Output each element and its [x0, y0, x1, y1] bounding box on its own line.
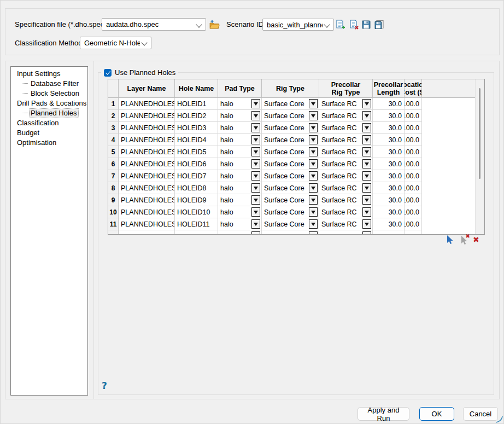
cell-dropdown-button[interactable] — [251, 159, 260, 169]
cell-dropdown-button[interactable] — [251, 123, 260, 132]
cell-dropdown-button[interactable] — [309, 111, 318, 120]
rig-type-cell[interactable]: Surface Core — [262, 134, 319, 146]
pad-type-cell[interactable]: halo — [218, 182, 262, 194]
rig-type-cell[interactable] — [262, 230, 319, 235]
hole-name-cell[interactable]: HOLEID1 — [175, 98, 218, 110]
deselect-rows-button[interactable]: ✖ — [458, 234, 470, 245]
cell-dropdown-button[interactable] — [251, 111, 260, 120]
rig-type-cell[interactable]: Surface Core — [262, 110, 319, 122]
row-number-cell[interactable] — [108, 230, 119, 235]
hole-name-cell[interactable]: HOLEID8 — [175, 182, 218, 194]
rig-type-cell[interactable]: Surface Core — [262, 158, 319, 170]
precollar-rig-type-cell[interactable]: Surface RC — [319, 146, 373, 158]
hole-name-cell[interactable]: HOLEID6 — [175, 158, 218, 170]
tree-item-input-settings[interactable]: Input Settings — [11, 69, 87, 79]
cell-dropdown-button[interactable] — [309, 231, 318, 235]
hole-name-cell[interactable]: HOLEID9 — [175, 194, 218, 206]
pad-type-cell[interactable]: halo — [218, 218, 262, 230]
precollar-length-cell[interactable]: 30.0 — [373, 122, 405, 134]
row-number-cell[interactable]: 8 — [108, 182, 119, 194]
precollar-length-cell[interactable]: 30.0 — [373, 98, 405, 110]
rig-type-cell[interactable]: Surface Core — [262, 98, 319, 110]
precollar-rig-type-cell[interactable]: Surface RC — [319, 194, 373, 206]
hole-name-cell[interactable]: HOLEID11 — [175, 218, 218, 230]
layer-name-cell[interactable]: PLANNEDHOLES — [119, 218, 175, 230]
row-number-cell[interactable]: 4 — [108, 134, 119, 146]
location-cost-cell[interactable]: 100.0 — [405, 194, 422, 206]
cell-dropdown-button[interactable] — [251, 219, 260, 229]
add-scenario-button[interactable] — [335, 19, 345, 30]
rig-type-cell[interactable]: Surface Core — [262, 122, 319, 134]
precollar-rig-type-cell[interactable] — [319, 230, 373, 235]
layer-name-cell[interactable]: PLANNEDHOLES — [119, 182, 175, 194]
precollar-rig-type-cell[interactable]: Surface RC — [319, 218, 373, 230]
row-number-cell[interactable]: 9 — [108, 194, 119, 206]
cell-dropdown-button[interactable] — [251, 231, 260, 235]
layer-name-cell[interactable]: PLANNEDHOLES — [119, 206, 175, 218]
location-cost-cell[interactable]: 100.0 — [405, 98, 422, 110]
tree-item-database-filter[interactable]: Database Filter — [11, 79, 87, 89]
pad-type-cell[interactable]: halo — [218, 206, 262, 218]
cell-dropdown-button[interactable] — [309, 99, 318, 108]
cell-dropdown-button[interactable] — [362, 99, 371, 108]
precollar-length-cell[interactable] — [373, 230, 405, 235]
precollar-rig-type-cell[interactable]: Surface RC — [319, 170, 373, 182]
location-cost-cell[interactable]: 100.0 — [405, 170, 422, 182]
pad-type-cell[interactable]: halo — [218, 134, 262, 146]
use-planned-holes-toggle[interactable]: Use Planned Holes — [101, 68, 178, 77]
hole-name-cell[interactable]: HOLEID4 — [175, 134, 218, 146]
cell-dropdown-button[interactable] — [309, 135, 318, 144]
vertical-scrollbar[interactable] — [475, 79, 484, 234]
location-cost-cell[interactable]: 100.0 — [405, 218, 422, 230]
cell-dropdown-button[interactable] — [251, 183, 260, 193]
row-number-cell[interactable]: 2 — [108, 110, 119, 122]
location-cost-cell[interactable]: 100.0 — [405, 110, 422, 122]
location-cost-cell[interactable]: 100.0 — [405, 134, 422, 146]
location-cost-cell[interactable] — [405, 230, 422, 235]
cell-dropdown-button[interactable] — [362, 195, 371, 205]
help-button[interactable]: ? — [102, 380, 107, 391]
save-scenario-as-button[interactable] — [373, 19, 384, 30]
row-number-cell[interactable]: 11 — [108, 218, 119, 230]
rig-type-cell[interactable]: Surface Core — [262, 194, 319, 206]
tree-item-optimisation[interactable]: Optimisation — [11, 138, 87, 148]
row-number-cell[interactable]: 1 — [108, 98, 119, 110]
layer-name-cell[interactable]: PLANNEDHOLES — [119, 134, 175, 146]
checkbox-checked-icon[interactable] — [104, 69, 112, 77]
cell-dropdown-button[interactable] — [362, 123, 371, 132]
cell-dropdown-button[interactable] — [309, 147, 318, 156]
cell-dropdown-button[interactable] — [362, 135, 371, 144]
save-scenario-button[interactable] — [361, 19, 372, 30]
cell-dropdown-button[interactable] — [362, 111, 371, 120]
cell-dropdown-button[interactable] — [251, 99, 260, 108]
row-number-cell[interactable]: 7 — [108, 170, 119, 182]
precollar-rig-type-cell[interactable]: Surface RC — [319, 182, 373, 194]
layer-name-cell[interactable]: PLANNEDHOLES — [119, 170, 175, 182]
delete-scenario-button[interactable] — [348, 19, 359, 30]
rig-type-cell[interactable]: Surface Core — [262, 146, 319, 158]
layer-name-cell[interactable]: PLANNEDHOLES — [119, 158, 175, 170]
location-cost-cell[interactable]: 100.0 — [405, 206, 422, 218]
apply-and-run-button[interactable]: Apply and Run — [358, 407, 409, 421]
location-cost-cell[interactable]: 100.0 — [405, 158, 422, 170]
cell-dropdown-button[interactable] — [251, 207, 260, 217]
cancel-button[interactable]: Cancel — [463, 407, 498, 421]
row-number-cell[interactable]: 10 — [108, 206, 119, 218]
hole-name-cell[interactable]: HOLEID3 — [175, 122, 218, 134]
cell-dropdown-button[interactable] — [309, 159, 318, 169]
cell-dropdown-button[interactable] — [251, 147, 260, 156]
cell-dropdown-button[interactable] — [362, 171, 371, 181]
cell-dropdown-button[interactable] — [362, 231, 371, 235]
cell-dropdown-button[interactable] — [309, 207, 318, 217]
cell-dropdown-button[interactable] — [309, 123, 318, 132]
precollar-rig-type-cell[interactable]: Surface RC — [319, 134, 373, 146]
row-number-cell[interactable]: 6 — [108, 158, 119, 170]
cell-dropdown-button[interactable] — [251, 135, 260, 144]
hole-name-cell[interactable]: HOLEID7 — [175, 170, 218, 182]
row-number-cell[interactable]: 5 — [108, 146, 119, 158]
precollar-rig-type-cell[interactable]: Surface RC — [319, 98, 373, 110]
cell-dropdown-button[interactable] — [309, 171, 318, 181]
precollar-length-cell[interactable]: 30.0 — [373, 110, 405, 122]
cell-dropdown-button[interactable] — [309, 219, 318, 229]
precollar-length-cell[interactable]: 30.0 — [373, 134, 405, 146]
